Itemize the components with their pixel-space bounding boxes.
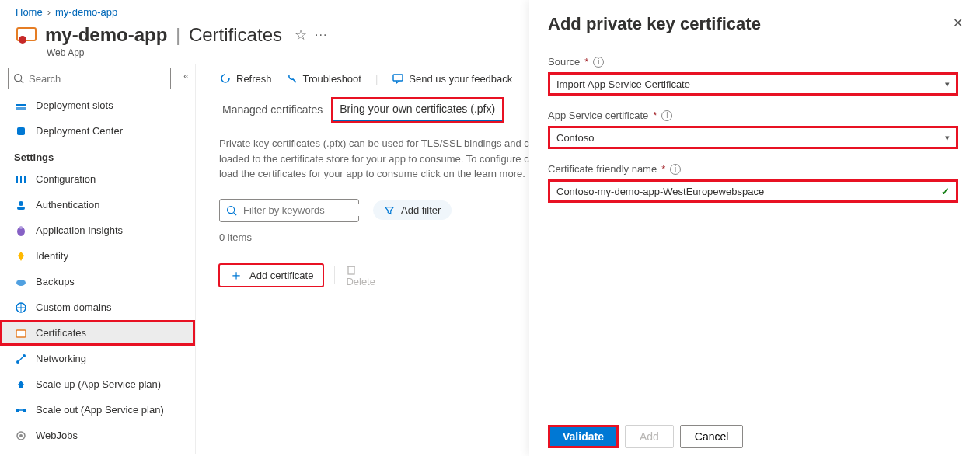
svg-line-27 — [234, 212, 237, 215]
breadcrumb-home-link[interactable]: Home — [16, 6, 43, 18]
refresh-button[interactable]: Refresh — [219, 72, 272, 85]
label-text: App Service certificate — [548, 110, 648, 121]
required-marker: * — [584, 56, 588, 68]
sidebar-item-networking[interactable]: Networking — [0, 346, 195, 371]
sidebar-item-label: Custom domains — [36, 301, 112, 313]
configuration-icon — [14, 172, 28, 186]
field-label: Source * i — [548, 56, 604, 68]
button-label: Add certificate — [249, 270, 313, 281]
sidebar-item-scale-out[interactable]: Scale out (App Service plan) — [0, 397, 195, 423]
sidebar-item-label: Scale up (App Service plan) — [36, 378, 161, 390]
svg-rect-25 — [393, 75, 403, 81]
info-icon[interactable]: i — [670, 164, 681, 175]
select-value: Contoso-my-demo-app-WestEuropewebspace — [556, 186, 764, 197]
sidebar-item-label: Identity — [36, 250, 68, 262]
scale-up-icon — [14, 378, 28, 392]
chevron-down-icon: ▾ — [945, 79, 950, 89]
cancel-button[interactable]: Cancel — [680, 425, 744, 448]
button-label: Send us your feedback — [409, 73, 512, 85]
svg-point-10 — [19, 201, 23, 206]
troubleshoot-button[interactable]: Troubleshoot — [286, 72, 361, 85]
title-blade: Certificates — [189, 24, 282, 45]
required-marker: * — [653, 110, 657, 121]
sidebar-item-label: Configuration — [36, 173, 96, 185]
svg-rect-21 — [23, 409, 26, 412]
sidebar-item-label: Authentication — [36, 199, 99, 211]
field-label: App Service certificate * i — [548, 110, 672, 121]
validate-highlight: Validate — [548, 425, 619, 448]
sidebar-item-webjobs[interactable]: WebJobs — [0, 423, 195, 448]
friendly-name-input[interactable]: Contoso-my-demo-app-WestEuropewebspace ✓ — [548, 179, 958, 203]
page-title: my-demo-app | Certificates — [45, 24, 282, 46]
delete-button: Delete — [346, 263, 375, 287]
add-certificate-button[interactable]: ＋ Add certificate — [219, 264, 323, 287]
networking-icon — [14, 352, 28, 366]
sidebar-item-backups[interactable]: Backups — [0, 269, 195, 294]
svg-point-24 — [19, 434, 23, 437]
svg-rect-9 — [24, 176, 26, 183]
tab-byoc[interactable]: Bring your own certificates (.pfx) — [332, 98, 503, 122]
title-sep: | — [173, 24, 183, 45]
svg-rect-8 — [20, 176, 22, 183]
select-value: Contoso — [556, 132, 594, 144]
sidebar-item-deployment-slots[interactable]: Deployment slots — [0, 92, 195, 118]
svg-rect-4 — [16, 104, 26, 106]
filter-box[interactable] — [219, 199, 359, 222]
svg-line-19 — [19, 357, 23, 361]
sidebar-item-label: Scale out (App Service plan) — [36, 404, 164, 416]
sidebar-item-custom-domains[interactable]: Custom domains — [0, 294, 195, 320]
sidebar-search-input[interactable] — [29, 73, 166, 85]
tab-managed[interactable]: Managed certificates — [219, 97, 326, 122]
button-label: Troubleshoot — [303, 73, 361, 85]
svg-point-2 — [15, 75, 22, 82]
sidebar-search-row — [0, 64, 195, 92]
feedback-button[interactable]: Send us your feedback — [392, 72, 512, 85]
add-button: Add — [625, 425, 674, 448]
info-icon[interactable]: i — [661, 110, 672, 121]
sidebar-item-label: Backups — [36, 276, 75, 287]
source-select[interactable]: Import App Service Certificate ▾ — [548, 72, 958, 96]
validate-button[interactable]: Validate — [548, 425, 619, 448]
svg-line-3 — [21, 81, 24, 84]
filter-input[interactable] — [243, 204, 374, 216]
sidebar-collapse-icon[interactable]: « — [183, 71, 189, 82]
search-icon — [13, 73, 24, 84]
svg-rect-7 — [16, 176, 18, 183]
backups-icon — [14, 275, 28, 289]
sidebar-item-scale-up[interactable]: Scale up (App Service plan) — [0, 371, 195, 397]
close-icon[interactable]: ✕ — [953, 16, 963, 30]
sidebar-item-application-insights[interactable]: Application Insights — [0, 218, 195, 243]
select-value: Import App Service Certificate — [556, 78, 690, 90]
checkmark-icon: ✓ — [941, 186, 950, 197]
sidebar-item-deployment-center[interactable]: Deployment Center — [0, 118, 195, 144]
sidebar-item-authentication[interactable]: Authentication — [0, 192, 195, 218]
breadcrumb-app-link[interactable]: my-demo-app — [55, 6, 117, 18]
sidebar-item-configuration[interactable]: Configuration — [0, 166, 195, 192]
info-icon[interactable]: i — [593, 57, 604, 68]
svg-rect-5 — [16, 107, 26, 110]
more-icon[interactable]: ··· — [315, 28, 327, 42]
sidebar-item-label: WebJobs — [36, 430, 78, 441]
field-label: Certificate friendly name * i — [548, 163, 681, 175]
sidebar-item-label: Deployment Center — [36, 125, 123, 137]
svg-rect-20 — [16, 409, 19, 412]
field-friendly-name: Certificate friendly name * i Contoso-my… — [548, 163, 958, 203]
app-cert-select[interactable]: Contoso ▾ — [548, 126, 958, 149]
svg-rect-28 — [348, 266, 354, 274]
add-filter-button[interactable]: Add filter — [373, 200, 452, 220]
scale-out-icon — [14, 403, 28, 417]
sidebar-search[interactable] — [8, 68, 171, 89]
trash-icon — [346, 263, 375, 276]
authentication-icon — [14, 198, 28, 212]
toolbar-divider: | — [375, 73, 378, 85]
chevron-down-icon: ▾ — [945, 133, 950, 143]
sidebar-item-certificates[interactable]: Certificates — [0, 320, 195, 346]
panel-title: Add private key certificate — [548, 14, 958, 34]
deployment-slots-icon — [14, 99, 28, 113]
button-label: Add filter — [401, 204, 441, 216]
svg-rect-6 — [17, 127, 25, 135]
sidebar-item-identity[interactable]: Identity — [0, 243, 195, 269]
favorite-icon[interactable]: ☆ — [295, 26, 307, 44]
sidebar-item-label: Certificates — [36, 327, 86, 339]
webapp-icon — [16, 24, 37, 46]
